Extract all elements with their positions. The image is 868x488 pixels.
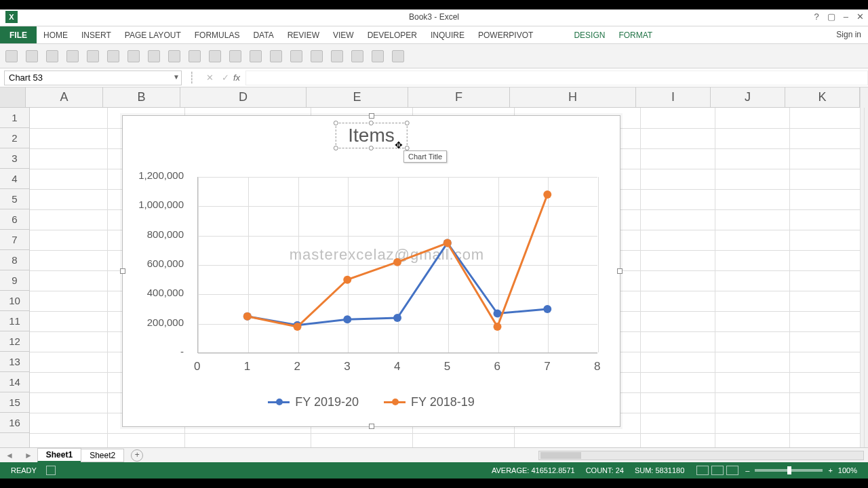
zoom-slider[interactable]: [755, 469, 823, 472]
row-header[interactable]: 14: [0, 372, 29, 392]
qat-icon[interactable]: [351, 50, 363, 62]
tab-formulas[interactable]: FORMULAS: [188, 26, 247, 43]
svg-point-13: [543, 190, 551, 199]
resize-handle[interactable]: [369, 113, 374, 119]
sheet-tab-sheet1[interactable]: Sheet1: [37, 448, 81, 462]
qat-icon[interactable]: [311, 50, 323, 62]
row-header[interactable]: 2: [0, 128, 29, 148]
qat-icon[interactable]: [5, 50, 18, 62]
fx-icon[interactable]: fx: [233, 73, 245, 83]
tab-nav-next-icon[interactable]: ►: [19, 451, 38, 460]
macro-record-icon[interactable]: [46, 466, 56, 475]
legend-entry-fy2018-19[interactable]: FY 2018-19: [384, 395, 475, 409]
qat-icon[interactable]: [290, 50, 302, 62]
row-header[interactable]: 8: [0, 250, 29, 270]
column-header[interactable]: I: [636, 87, 711, 107]
enter-icon[interactable]: ✓: [222, 73, 229, 83]
column-header[interactable]: H: [510, 87, 636, 107]
row-header[interactable]: 6: [0, 209, 29, 230]
tab-insert[interactable]: INSERT: [75, 26, 118, 43]
qat-icon[interactable]: [46, 50, 58, 62]
column-header[interactable]: F: [408, 87, 510, 107]
close-button[interactable]: ✕: [856, 12, 864, 22]
selection-handle[interactable]: [333, 146, 338, 150]
row-header[interactable]: 5: [0, 189, 29, 209]
selection-handle[interactable]: [405, 146, 410, 150]
row-header[interactable]: 16: [0, 413, 29, 433]
tab-home[interactable]: HOME: [37, 26, 75, 43]
zoom-level[interactable]: 100%: [838, 466, 857, 474]
sheet-tab-sheet2[interactable]: Sheet2: [81, 449, 124, 462]
selection-handle[interactable]: [333, 121, 338, 125]
zoom-in-button[interactable]: +: [828, 466, 832, 474]
row-header[interactable]: 7: [0, 230, 29, 250]
zoom-out-button[interactable]: –: [745, 466, 749, 474]
tab-file[interactable]: FILE: [0, 26, 37, 43]
minimize-button[interactable]: –: [844, 12, 848, 22]
resize-handle[interactable]: [617, 268, 623, 274]
qat-icon[interactable]: [127, 50, 140, 62]
sign-in-link[interactable]: Sign in: [836, 30, 861, 39]
view-normal-icon[interactable]: [696, 466, 709, 475]
qat-icon[interactable]: [331, 50, 343, 62]
select-all-triangle[interactable]: [0, 87, 26, 107]
tab-page-layout[interactable]: PAGE LAYOUT: [118, 26, 188, 43]
column-header[interactable]: E: [307, 87, 408, 107]
qat-icon[interactable]: [250, 50, 262, 62]
tab-format[interactable]: FORMAT: [612, 26, 659, 43]
qat-icon[interactable]: [26, 50, 38, 62]
cancel-icon[interactable]: ✕: [206, 73, 214, 83]
qat-icon[interactable]: [168, 50, 180, 62]
view-page-break-icon[interactable]: [726, 466, 738, 475]
row-header[interactable]: 9: [0, 270, 29, 291]
legend-entry-fy2019-20[interactable]: FY 2019-20: [268, 395, 359, 409]
qat-icon[interactable]: [270, 50, 282, 62]
column-header[interactable]: J: [711, 87, 785, 107]
column-header[interactable]: D: [180, 87, 307, 107]
tab-data[interactable]: DATA: [246, 26, 280, 43]
column-header[interactable]: K: [785, 87, 860, 107]
horizontal-scrollbar[interactable]: [538, 451, 864, 460]
tab-inquire[interactable]: INQUIRE: [424, 26, 471, 43]
qat-icon[interactable]: [148, 50, 160, 62]
formula-input[interactable]: [245, 70, 868, 85]
row-header[interactable]: 10: [0, 291, 29, 311]
row-header[interactable]: 13: [0, 352, 29, 372]
embedded-chart[interactable]: Items masterexcelaz@gmail.com FY 2019-20…: [122, 115, 620, 427]
chart-legend[interactable]: FY 2019-20 FY 2018-19: [123, 392, 620, 409]
qat-icon[interactable]: [229, 50, 241, 62]
tab-view[interactable]: VIEW: [326, 26, 361, 43]
row-header[interactable]: 4: [0, 169, 29, 189]
tab-nav-prev-icon[interactable]: ◄: [0, 451, 19, 460]
selection-handle[interactable]: [369, 146, 374, 150]
svg-point-2: [343, 315, 351, 323]
row-header[interactable]: 12: [0, 331, 29, 352]
column-header[interactable]: A: [26, 87, 103, 107]
column-header[interactable]: B: [103, 87, 180, 107]
row-header[interactable]: 1: [0, 108, 29, 128]
qat-icon[interactable]: [87, 50, 99, 62]
view-page-layout-icon[interactable]: [711, 466, 724, 475]
tab-design[interactable]: DESIGN: [567, 26, 612, 43]
row-header[interactable]: 11: [0, 311, 29, 331]
tab-review[interactable]: REVIEW: [281, 26, 326, 43]
status-ready: READY: [11, 466, 37, 474]
restore-button[interactable]: ▢: [827, 12, 835, 22]
help-button[interactable]: ?: [814, 12, 819, 22]
selection-handle[interactable]: [405, 121, 410, 125]
tab-developer[interactable]: DEVELOPER: [361, 26, 424, 43]
qat-icon[interactable]: [189, 50, 201, 62]
tab-powerpivot[interactable]: POWERPIVOT: [471, 26, 540, 43]
qat-icon[interactable]: [372, 50, 384, 62]
row-header[interactable]: 3: [0, 148, 29, 169]
resize-handle[interactable]: [120, 268, 125, 274]
qat-icon[interactable]: [107, 50, 119, 62]
qat-icon[interactable]: [392, 50, 404, 62]
row-header[interactable]: 15: [0, 392, 29, 413]
chevron-down-icon[interactable]: ▼: [173, 73, 180, 81]
name-box[interactable]: Chart 53▼: [4, 70, 182, 85]
resize-handle[interactable]: [369, 424, 374, 429]
qat-icon[interactable]: [209, 50, 221, 62]
new-sheet-button[interactable]: +: [131, 449, 143, 462]
qat-icon[interactable]: [66, 50, 79, 62]
